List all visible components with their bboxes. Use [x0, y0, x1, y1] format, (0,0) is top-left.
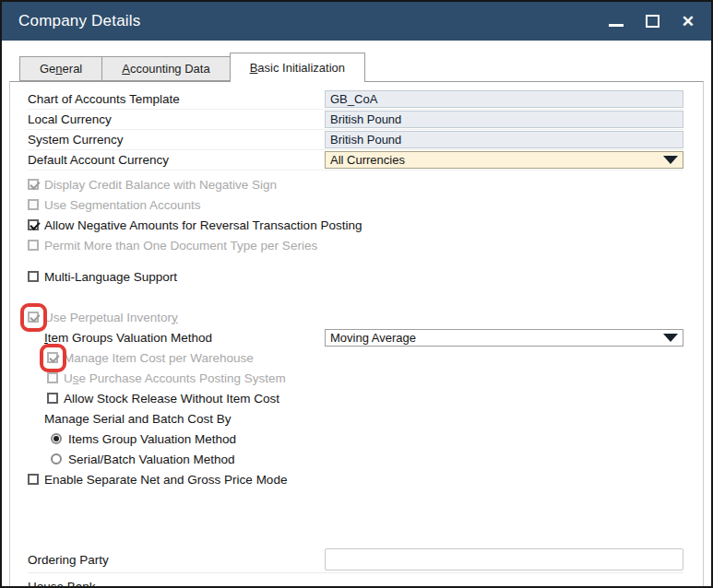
field-row-default-account-currency: Default Account Currency All Currencies: [28, 150, 683, 171]
tab-bar: General Accounting Data Basic Initializa…: [19, 53, 364, 81]
system-currency-field[interactable]: British Pound: [325, 131, 683, 148]
field-row-ordering-party: Ordering Party: [28, 547, 683, 573]
default-account-currency-dropdown[interactable]: All Currencies: [325, 151, 683, 169]
field-row-local-currency: Local Currency British Pound: [28, 110, 683, 130]
use-segmentation-checkbox[interactable]: [28, 199, 39, 210]
tab-general[interactable]: General: [19, 56, 102, 81]
checkbox-row-use-segmentation: Use Segmentation Accounts: [28, 194, 683, 215]
field-row-item-groups-valuation: Item Groups Valuation Method Moving Aver…: [28, 327, 683, 347]
field-row-system-currency: System Currency British Pound: [28, 130, 683, 150]
company-details-window: Company Details ✕ General Accounting Dat…: [0, 0, 713, 588]
tab-accounting-data[interactable]: Accounting Data: [101, 56, 230, 81]
display-credit-balance-checkbox[interactable]: [28, 179, 39, 190]
dropdown-arrow-icon: [663, 334, 678, 342]
local-currency-field[interactable]: British Pound: [325, 111, 683, 128]
multi-language-checkbox[interactable]: [28, 271, 39, 282]
permit-more-doc-types-checkbox[interactable]: [28, 240, 39, 251]
item-groups-valuation-label: Item Groups Valuation Method: [44, 331, 325, 345]
manage-item-cost-checkbox[interactable]: [47, 352, 58, 363]
checkbox-row-enable-separate-net-gross: Enable Separate Net and Gross Price Mode: [28, 469, 683, 489]
title-bar: Company Details ✕: [2, 2, 711, 41]
maximize-icon[interactable]: [646, 15, 660, 28]
manage-serial-batch-label: Manage Serial and Batch Cost By: [28, 408, 683, 429]
allow-negative-amounts-checkbox[interactable]: [28, 219, 39, 230]
checkbox-row-display-credit-balance: Display Credit Balance with Negative Sig…: [28, 174, 683, 194]
local-currency-label: Local Currency: [28, 112, 325, 126]
window-title: Company Details: [18, 12, 140, 30]
checkbox-row-use-purchase-accounts: Use Purchase Accounts Posting System: [28, 368, 683, 388]
highlight-annotation: [28, 312, 39, 323]
enable-separate-net-gross-checkbox[interactable]: [28, 474, 39, 485]
default-account-currency-label: Default Account Currency: [28, 153, 325, 167]
item-groups-valuation-dropdown[interactable]: Moving Average: [325, 329, 683, 347]
field-row-house-bank: House Bank: [28, 573, 683, 588]
house-bank-label: House Bank: [28, 580, 325, 588]
items-group-valuation-radio[interactable]: [51, 433, 62, 444]
checkbox-row-allow-negative-amounts: Allow Negative Amounts for Reversal Tran…: [28, 215, 683, 235]
checkbox-row-use-perpetual-inventory: Use Perpetual Inventory: [28, 307, 683, 327]
ordering-party-label: Ordering Party: [28, 553, 325, 567]
radio-row-items-group-valuation: Items Group Valuation Method: [28, 429, 683, 449]
dropdown-arrow-icon: [663, 156, 678, 164]
system-currency-label: System Currency: [28, 133, 325, 147]
allow-stock-release-checkbox[interactable]: [47, 393, 58, 404]
use-perpetual-inventory-checkbox[interactable]: [28, 312, 39, 323]
close-icon[interactable]: ✕: [682, 14, 695, 29]
checkbox-row-permit-more-doc-types: Permit More than One Document Type per S…: [28, 235, 683, 255]
window-controls: ✕: [609, 14, 695, 29]
serial-batch-valuation-radio[interactable]: [51, 453, 62, 465]
checkbox-row-allow-stock-release: Allow Stock Release Without Item Cost: [28, 388, 683, 408]
use-purchase-accounts-checkbox[interactable]: [47, 372, 58, 383]
tab-basic-initialization[interactable]: Basic Initialization: [230, 53, 365, 82]
basic-initialization-panel: Chart of Accounts Template GB_CoA Local …: [9, 81, 704, 586]
radio-row-serial-batch-valuation: Serial/Batch Valuation Method: [28, 449, 683, 469]
field-row-chart-of-accounts: Chart of Accounts Template GB_CoA: [28, 89, 683, 110]
ordering-party-input[interactable]: [325, 548, 683, 570]
checkbox-row-manage-item-cost: Manage Item Cost per Warehouse: [28, 347, 683, 368]
checkbox-row-multi-language: Multi-Language Support: [28, 266, 683, 287]
chart-of-accounts-field[interactable]: GB_CoA: [325, 90, 683, 108]
highlight-annotation: [47, 352, 58, 363]
chart-of-accounts-label: Chart of Accounts Template: [28, 92, 325, 106]
minimize-icon[interactable]: [609, 24, 624, 27]
